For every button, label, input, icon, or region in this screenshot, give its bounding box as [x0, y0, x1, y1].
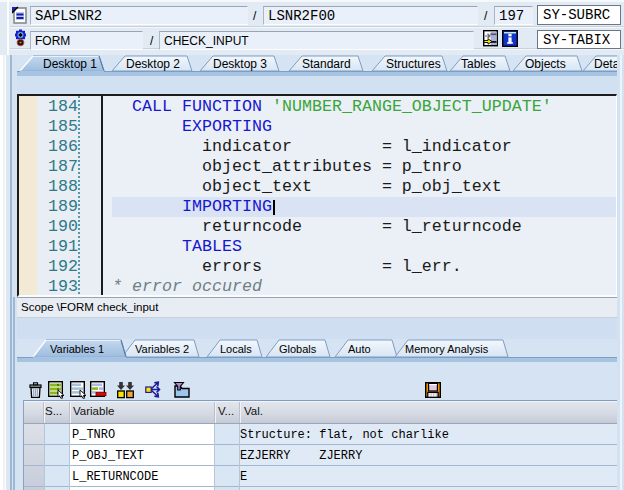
svg-text:Desktop 2: Desktop 2 — [126, 57, 180, 71]
svg-text:Globals: Globals — [279, 343, 317, 355]
svg-text:Locals: Locals — [220, 343, 252, 355]
svg-text:Variables 1: Variables 1 — [50, 343, 104, 355]
svg-text:Tables: Tables — [461, 57, 496, 71]
svg-text:Desktop 3: Desktop 3 — [213, 57, 267, 71]
svg-text:Variables 2: Variables 2 — [135, 343, 189, 355]
svg-text:Structures: Structures — [386, 57, 441, 71]
svg-text:Auto: Auto — [348, 343, 371, 355]
svg-text:Objects: Objects — [525, 57, 566, 71]
svg-text:Standard: Standard — [302, 57, 351, 71]
svg-text:Desktop 1: Desktop 1 — [43, 57, 97, 71]
svg-text:Memory Analysis: Memory Analysis — [405, 343, 489, 355]
